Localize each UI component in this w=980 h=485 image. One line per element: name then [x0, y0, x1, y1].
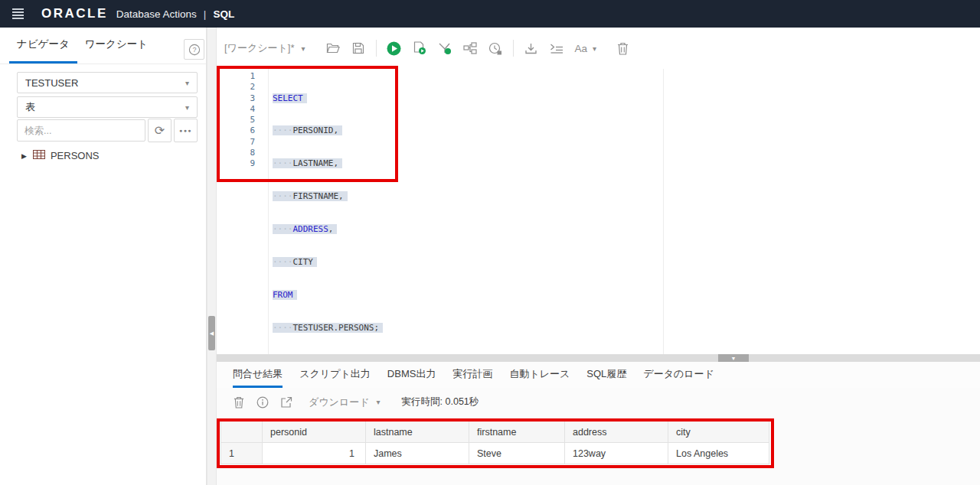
- chevron-down-icon: ▾: [185, 103, 189, 112]
- sql-code-editor[interactable]: 1 2 3 4 5 6 7 8 9 SELECT ····PERSONID, ·…: [217, 69, 980, 354]
- info-icon: [256, 396, 269, 409]
- line-number: 5: [217, 115, 255, 125]
- format-indent-icon: [550, 43, 564, 54]
- download-editor-button[interactable]: [524, 41, 539, 56]
- cell-city[interactable]: Los Angeles: [668, 443, 769, 464]
- code-line: SELECT: [273, 93, 383, 104]
- code-line: ····LASTNAME,: [273, 158, 383, 169]
- tab-explain-plan[interactable]: 実行計画: [452, 362, 492, 388]
- collapse-left-icon: ◀: [210, 330, 214, 337]
- app-context-sql: SQL: [213, 8, 234, 20]
- tab-data-load[interactable]: データのロード: [643, 362, 714, 388]
- tab-query-result[interactable]: 問合せ結果: [233, 362, 283, 388]
- refresh-button[interactable]: ⟳: [148, 119, 172, 142]
- object-type-select[interactable]: 表 ▾: [17, 96, 198, 118]
- line-number: 2: [217, 82, 255, 93]
- download-icon: [524, 42, 537, 55]
- line-number: 6: [217, 125, 255, 136]
- top-header: ORACLE Database Actions | SQL: [0, 0, 980, 28]
- help-button[interactable]: ?: [184, 39, 204, 60]
- tree-expand-icon[interactable]: ▶: [21, 152, 27, 160]
- save-button[interactable]: [351, 41, 366, 56]
- text-size-dropdown[interactable]: Aa ▾: [575, 43, 597, 54]
- more-options-button[interactable]: ●●●: [174, 119, 198, 142]
- left-sidebar: ナビゲータ ワークシート ? TESTUSER ▾ 表 ▾ ⟳ ●●●: [0, 28, 207, 485]
- title-divider: |: [204, 8, 207, 20]
- tab-navigator-label: ナビゲータ: [17, 37, 70, 51]
- download-dropdown-label: ダウンロード: [309, 395, 370, 409]
- column-header-rownum[interactable]: [221, 422, 263, 443]
- line-number: 3: [217, 93, 255, 104]
- worksheet-dropdown[interactable]: [ワークシート]* ▾: [224, 41, 305, 55]
- save-icon: [352, 42, 364, 54]
- editor-toolbar: [ワークシート]* ▾: [217, 28, 980, 69]
- tab-worksheet[interactable]: ワークシート: [77, 28, 155, 63]
- line-number: 8: [217, 148, 255, 158]
- download-dropdown[interactable]: ダウンロード ▾: [309, 395, 381, 409]
- query-result-table: personid lastname firstname address city…: [220, 421, 769, 464]
- line-number: 1: [217, 71, 255, 82]
- editor-margin-line: [663, 69, 664, 354]
- ellipsis-icon: ●●●: [179, 128, 192, 133]
- text-size-icon: Aa: [575, 43, 588, 54]
- tab-sql-history[interactable]: SQL履歴: [586, 362, 626, 388]
- run-statement-button[interactable]: [387, 41, 402, 56]
- search-input[interactable]: [17, 119, 145, 142]
- schema-select[interactable]: TESTUSER ▾: [17, 72, 198, 93]
- trash-icon: [617, 42, 629, 55]
- open-file-button[interactable]: [325, 41, 341, 56]
- refresh-icon: ⟳: [155, 123, 165, 138]
- hamburger-menu-icon[interactable]: [12, 8, 24, 19]
- cell-firstname[interactable]: Steve: [469, 443, 565, 464]
- gutter-border: [268, 69, 269, 354]
- table-row[interactable]: 1 1 James Steve 123way Los Angeles: [221, 443, 769, 464]
- app-title: Database Actions: [116, 8, 197, 20]
- panel-collapse-handle[interactable]: ▼: [718, 354, 749, 362]
- open-in-new-tab-button[interactable]: [279, 395, 293, 409]
- cell-lastname[interactable]: James: [366, 443, 469, 464]
- chevron-down-icon: ▾: [302, 44, 305, 53]
- sidebar-collapse-handle[interactable]: ◀: [208, 316, 215, 350]
- column-header-address[interactable]: address: [565, 422, 668, 443]
- sql-history-button[interactable]: [488, 41, 503, 56]
- vertical-splitter[interactable]: ◀: [207, 28, 217, 485]
- format-button[interactable]: [549, 41, 564, 56]
- sql-history-icon: [488, 42, 502, 55]
- external-link-icon: [280, 396, 292, 409]
- results-panel: 問合せ結果 スクリプト出力 DBMS出力 実行計画 自動トレース SQL履歴 デ…: [217, 362, 980, 485]
- trash-icon: [234, 396, 244, 409]
- column-header-lastname[interactable]: lastname: [366, 422, 469, 443]
- autotrace-button[interactable]: [462, 41, 478, 56]
- tree-item-label: PERSONS: [51, 150, 100, 161]
- worksheet-dropdown-label: [ワークシート]*: [224, 41, 295, 55]
- folder-open-icon: [326, 42, 340, 54]
- table-header-row: personid lastname firstname address city: [221, 422, 769, 443]
- clear-results-button[interactable]: [232, 395, 246, 409]
- cell-rownum: 1: [221, 443, 263, 464]
- tab-dbms-output[interactable]: DBMS出力: [387, 362, 436, 388]
- sql-code: SELECT ····PERSONID, ····LASTNAME, ····F…: [273, 71, 383, 389]
- oracle-logo: ORACLE: [41, 6, 108, 21]
- line-number: 4: [217, 104, 255, 115]
- cell-personid[interactable]: 1: [263, 443, 366, 464]
- column-header-city[interactable]: city: [668, 422, 769, 443]
- tab-worksheet-label: ワークシート: [85, 37, 148, 51]
- tab-script-output[interactable]: スクリプト出力: [299, 362, 371, 388]
- chevron-down-icon: ▾: [185, 79, 189, 87]
- tree-item-persons[interactable]: ▶ PERSONS: [21, 150, 100, 161]
- run-script-button[interactable]: [412, 41, 427, 56]
- column-header-firstname[interactable]: firstname: [469, 422, 565, 443]
- tab-autotrace[interactable]: 自動トレース: [509, 362, 570, 388]
- svg-text:?: ?: [192, 46, 196, 54]
- code-line: ····ADDRESS,: [273, 224, 383, 235]
- cell-address[interactable]: 123way: [565, 443, 668, 464]
- info-button[interactable]: [256, 395, 270, 409]
- chevron-down-icon: ▾: [593, 44, 596, 53]
- code-line: ····TESTUSER.PERSONS;: [273, 323, 383, 334]
- column-header-personid[interactable]: personid: [263, 422, 366, 443]
- horizontal-splitter[interactable]: ▼: [217, 354, 980, 362]
- clear-worksheet-button[interactable]: [615, 41, 630, 56]
- tab-navigator[interactable]: ナビゲータ: [9, 28, 77, 63]
- explain-plan-button[interactable]: [437, 41, 452, 56]
- collapse-down-icon: ▼: [731, 356, 737, 361]
